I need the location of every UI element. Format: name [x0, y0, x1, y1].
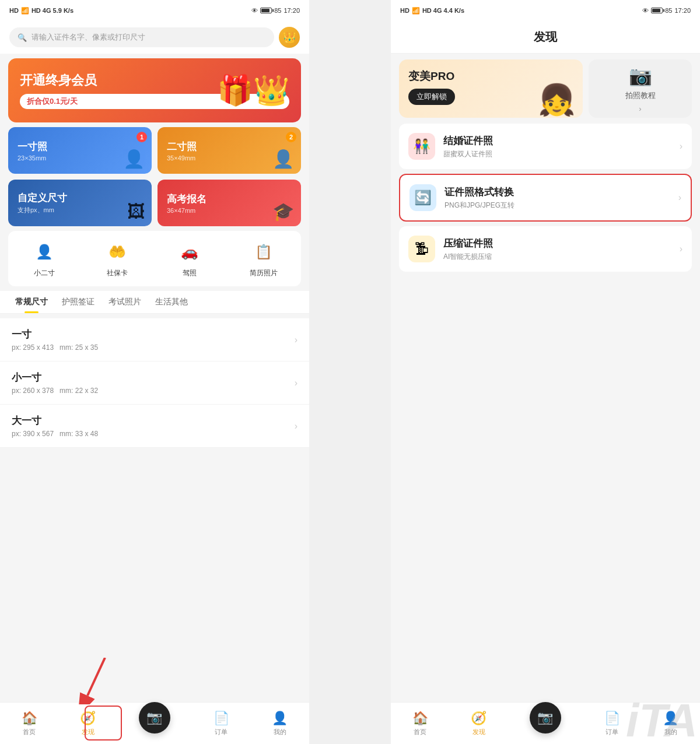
feature-format-convert[interactable]: 🔄 证件照格式转换 PNG和JPG/JPEG互转 ›: [399, 174, 692, 222]
photo-card-custom[interactable]: 自定义尺寸 支持px、mm 🖼: [8, 180, 152, 226]
right-bottom-nav: 🏠 首页 🧭 发现 📷 📄 订单 👤 我的: [391, 702, 700, 744]
right-profile-label: 我的: [664, 728, 677, 736]
size-info-da1cun: 大一寸 px: 390 x 567 mm: 33 x 48: [12, 414, 98, 438]
size-item-1cun[interactable]: 一寸 px: 295 x 413 mm: 25 x 35 ›: [0, 318, 309, 362]
right-nav-profile[interactable]: 👤 我的: [663, 711, 678, 736]
format-sub: PNG和JPG/JPEG互转: [444, 201, 670, 210]
quick-icon-jianli[interactable]: 📋 简历照片: [250, 239, 278, 278]
right-orders-icon: 📄: [604, 711, 620, 726]
signal-icon-r: HD: [400, 7, 410, 14]
right-nav-home[interactable]: 🏠 首页: [412, 711, 428, 736]
photo-card-gaokao[interactable]: 高考报名 36×47mm 🎓: [158, 180, 301, 226]
home-label: 首页: [23, 728, 36, 736]
home-icon: 🏠: [22, 711, 37, 726]
compress-arrow: ›: [680, 244, 682, 254]
left-phone: HD 📶 HD 4G 5.9 K/s 👁 85 17:20 🔍 请输入证件名字、…: [0, 0, 309, 744]
pro-unlock-button[interactable]: 立即解锁: [408, 89, 455, 105]
marriage-icon: 👫: [413, 138, 430, 155]
search-input-wrap[interactable]: 🔍 请输入证件名字、像素或打印尺寸: [9, 27, 274, 47]
quick-icon-xiaorcun[interactable]: 👤 小二寸: [32, 239, 57, 278]
size-item-da1cun[interactable]: 大一寸 px: 390 x 567 mm: 33 x 48 ›: [0, 405, 309, 448]
tab-exam[interactable]: 考试照片: [102, 291, 148, 313]
marriage-text: 结婚证件照 甜蜜双人证件照: [443, 134, 671, 159]
right-camera-button[interactable]: 📷: [530, 702, 561, 734]
photo-card-1cun[interactable]: 1 一寸照 23×35mm 👤: [8, 127, 152, 174]
arrow-icon-2: ›: [295, 378, 298, 388]
tab-passport[interactable]: 护照签证: [55, 291, 102, 313]
compress-title: 压缩证件照: [443, 237, 671, 250]
eye-icon: 👁: [251, 7, 258, 14]
marriage-icon-wrap: 👫: [408, 133, 435, 160]
speed-indicator-r: HD 4G 4.4 K/s: [422, 7, 464, 14]
feature-compress[interactable]: 🗜 压缩证件照 AI智能无损压缩 ›: [399, 226, 692, 272]
left-content: 🔍 请输入证件名字、像素或打印尺寸 👑 开通终身会员 折合仅0.1元/天 🎁👑 …: [0, 21, 309, 702]
battery-percent: 85: [274, 7, 281, 14]
nav-profile[interactable]: 👤 我的: [272, 711, 288, 736]
pro-section: 变美PRO 立即解锁 👧 📷 拍照教程 ›: [399, 59, 692, 118]
xiaorcun-label: 小二寸: [34, 268, 55, 278]
right-orders-label: 订单: [606, 728, 618, 736]
tab-regular[interactable]: 常规尺寸: [8, 291, 55, 313]
size-item-xiao1cun[interactable]: 小一寸 px: 260 x 378 mm: 22 x 32 ›: [0, 362, 309, 405]
jiashi-icon: 🚗: [177, 239, 202, 265]
right-profile-icon: 👤: [663, 711, 678, 726]
crown-icon[interactable]: 👑: [279, 27, 300, 48]
size-list: 一寸 px: 295 x 413 mm: 25 x 35 › 小一寸 px: 2…: [0, 318, 309, 448]
compass-icon-active: 🧭: [80, 711, 96, 726]
compress-text: 压缩证件照 AI智能无损压缩: [443, 237, 671, 262]
right-home-label: 首页: [414, 728, 426, 736]
right-camera-icon: 📷: [537, 710, 553, 725]
arrow-icon-1: ›: [295, 335, 298, 345]
left-bottom-nav: 🏠 首页 🧭 发现 📷 📄 订单 👤 我的: [0, 702, 309, 744]
compress-icon-wrap: 🗜: [408, 236, 435, 262]
camera-icon: 📷: [146, 710, 162, 725]
signal-icon: HD: [9, 7, 19, 14]
pro-card[interactable]: 变美PRO 立即解锁 👧: [399, 59, 583, 118]
status-left-right: HD 📶 HD 4G 4.4 K/s: [400, 7, 464, 15]
nav-discover[interactable]: 🧭 发现: [80, 711, 96, 736]
feature-marriage[interactable]: 👫 结婚证件照 甜蜜双人证件照 ›: [399, 124, 692, 169]
camera-button[interactable]: 📷: [139, 702, 170, 734]
tab-life[interactable]: 生活其他: [148, 291, 195, 313]
card-sub-3: 支持px、mm: [18, 206, 142, 215]
card-img-4: 🎓: [272, 201, 294, 222]
card-img-2: 👤: [272, 149, 294, 169]
right-nav-discover[interactable]: 🧭 发现: [471, 711, 487, 736]
format-icon: 🔄: [414, 189, 432, 206]
battery-icon-r: [651, 8, 663, 13]
marriage-arrow: ›: [680, 141, 682, 152]
xiaorcun-icon: 👤: [32, 239, 57, 265]
jianli-icon: 📋: [251, 239, 276, 265]
right-content: 变美PRO 立即解锁 👧 📷 拍照教程 › 👫 结婚证件照 甜蜜双人证件照: [391, 54, 700, 702]
right-nav-orders[interactable]: 📄 订单: [604, 711, 620, 736]
quick-icon-shebao[interactable]: 🤲 社保卡: [104, 239, 130, 278]
vip-banner[interactable]: 开通终身会员 折合仅0.1元/天 🎁👑: [8, 58, 301, 122]
feature-list: 👫 结婚证件照 甜蜜双人证件照 › 🔄 证件照格式转换 PNG和JPG/JPEG…: [391, 124, 700, 272]
quick-icon-jiashi[interactable]: 🚗 驾照: [177, 239, 202, 278]
arrow-icon-3: ›: [295, 421, 298, 431]
signal-bars: 📶: [21, 7, 29, 15]
time-display: 17:20: [284, 7, 300, 14]
marriage-sub: 甜蜜双人证件照: [443, 149, 671, 159]
format-text: 证件照格式转换 PNG和JPG/JPEG互转: [444, 185, 670, 210]
banner-decoration: 🎁👑: [217, 73, 289, 107]
photo-tutorial[interactable]: 📷 拍照教程 ›: [589, 59, 692, 118]
eye-icon-r: 👁: [642, 7, 649, 14]
status-right-r: 👁 85 17:20: [642, 7, 691, 14]
marriage-title: 结婚证件照: [443, 134, 671, 148]
size-dims-xiao1cun: px: 260 x 378 mm: 22 x 32: [12, 387, 98, 395]
photo-card-2cun[interactable]: 2 二寸照 35×49mm 👤: [158, 127, 301, 174]
search-bar: 🔍 请输入证件名字、像素或打印尺寸 👑: [0, 21, 309, 54]
format-icon-wrap: 🔄: [410, 184, 436, 211]
nav-home[interactable]: 🏠 首页: [22, 711, 37, 736]
jiashi-label: 驾照: [183, 268, 197, 278]
card-img-1: 👤: [123, 149, 145, 169]
signal-bars-r: 📶: [412, 7, 420, 15]
nav-orders[interactable]: 📄 订单: [214, 711, 229, 736]
tutorial-arrow-icon: ›: [639, 104, 641, 113]
right-compass-icon: 🧭: [471, 711, 487, 726]
tutorial-icon: 📷: [629, 65, 652, 87]
battery-percent-r: 85: [665, 7, 672, 14]
speed-indicator: HD 4G 5.9 K/s: [32, 7, 74, 14]
orders-icon: 📄: [214, 711, 229, 726]
